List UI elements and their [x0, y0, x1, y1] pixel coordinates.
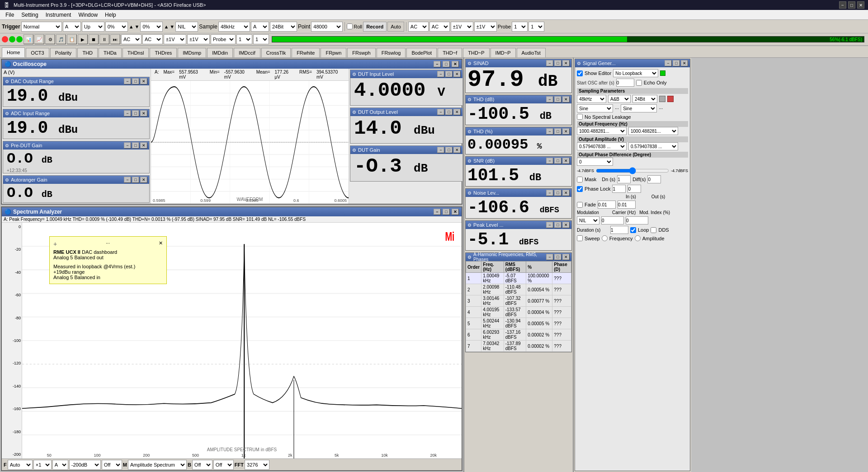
rec-icon[interactable]: [667, 96, 674, 102]
thd-db-max[interactable]: □: [554, 96, 561, 103]
green-led[interactable]: [9, 36, 15, 42]
tab-oct3[interactable]: OCT3: [26, 48, 49, 57]
tab-imddin[interactable]: IMDdin: [207, 48, 233, 57]
menu-setting[interactable]: Setting: [18, 11, 42, 19]
dn-input[interactable]: [617, 175, 631, 183]
tab-thda[interactable]: THDa: [99, 48, 122, 57]
dut-out-close[interactable]: ✕: [453, 109, 461, 115]
menu-help[interactable]: Help: [101, 11, 120, 19]
snr-close[interactable]: ✕: [562, 158, 570, 164]
tab-crosstlk[interactable]: CrossTlk: [261, 48, 291, 57]
save-icon[interactable]: [659, 96, 665, 102]
tab-home[interactable]: Home: [2, 47, 25, 57]
tab-thdres[interactable]: THDres: [150, 48, 177, 57]
tab-frswph[interactable]: FRswph: [347, 48, 375, 57]
sr-select[interactable]: 48kHz: [577, 95, 606, 103]
points-select[interactable]: 48000: [311, 22, 343, 32]
dac-close[interactable]: ✕: [140, 78, 147, 84]
roll-checkbox[interactable]: [347, 23, 353, 29]
snr-max[interactable]: □: [554, 158, 561, 164]
fade-out-input[interactable]: [618, 201, 636, 209]
show-editor-checkbox[interactable]: [577, 70, 583, 76]
sweep-freq-radio[interactable]: [602, 235, 608, 241]
snr-min[interactable]: −: [546, 158, 553, 164]
pct1-select[interactable]: 0%: [105, 22, 128, 32]
dut-out-min[interactable]: −: [437, 109, 444, 115]
annotation-close-icon[interactable]: ✕: [159, 240, 163, 248]
dut-in-close[interactable]: ✕: [453, 71, 461, 77]
loop-checkbox[interactable]: [630, 227, 636, 233]
sig-min[interactable]: −: [665, 60, 672, 66]
tab-thdf[interactable]: THD~f: [438, 48, 462, 57]
spec-close[interactable]: ✕: [452, 209, 459, 215]
dut-gain-min[interactable]: −: [437, 147, 444, 153]
osc-close[interactable]: ✕: [452, 61, 459, 67]
thd-pct-max[interactable]: □: [554, 128, 561, 135]
spec-maximize[interactable]: □: [443, 209, 450, 215]
diff-input[interactable]: [647, 175, 661, 183]
sinad-max[interactable]: □: [554, 60, 561, 66]
tab-imdp[interactable]: IMD~P: [491, 48, 516, 57]
level-slider[interactable]: [596, 167, 669, 174]
sweep-amp-radio[interactable]: [635, 235, 641, 241]
mod-index-input[interactable]: [626, 216, 648, 224]
tab-frwhite[interactable]: FRwhite: [292, 48, 320, 57]
freq1-select[interactable]: 1000.488281...: [577, 127, 627, 135]
b-off3-select[interactable]: Off: [213, 460, 234, 470]
ac1-select[interactable]: AC: [408, 22, 429, 32]
harm-max[interactable]: □: [554, 254, 561, 260]
start-osc-input[interactable]: [616, 79, 634, 87]
minimize-button[interactable]: −: [839, 1, 846, 9]
probe3-select[interactable]: Probe: [211, 34, 236, 44]
harm-min[interactable]: −: [546, 254, 553, 260]
osc-minimize[interactable]: −: [434, 61, 441, 67]
dut-gain-max[interactable]: □: [445, 147, 453, 153]
wave1-select[interactable]: Sine: [577, 104, 613, 112]
icon-btn-3[interactable]: ⚙: [45, 34, 55, 44]
peak-close[interactable]: ✕: [562, 222, 570, 228]
ch-select[interactable]: A&B: [608, 95, 631, 103]
amp2-select[interactable]: 0.579407838 ...: [628, 142, 678, 150]
adc-close[interactable]: ✕: [140, 110, 147, 117]
ac3-select[interactable]: AC: [121, 34, 142, 44]
tab-audiost[interactable]: AudioTst: [517, 48, 546, 57]
mask-checkbox[interactable]: [577, 177, 583, 182]
dac-max[interactable]: □: [132, 78, 139, 84]
ac4-select[interactable]: AC: [142, 34, 163, 44]
ac2-select[interactable]: AC: [429, 22, 450, 32]
menu-instrument[interactable]: Instrument: [42, 11, 75, 19]
harm-close[interactable]: ✕: [562, 254, 570, 260]
icon-btn-4[interactable]: 🎵: [56, 34, 66, 44]
sample-rate-select[interactable]: 48kHz: [218, 22, 250, 32]
icon-btn-2[interactable]: 📈: [34, 34, 44, 44]
duration-input[interactable]: [610, 226, 628, 234]
volt4-select[interactable]: ±1V: [187, 34, 210, 44]
red-led[interactable]: [2, 36, 8, 42]
auto-min[interactable]: −: [124, 177, 131, 183]
carrier-input[interactable]: [601, 216, 624, 224]
f-x1-select[interactable]: ×1: [33, 460, 52, 470]
wave2-select[interactable]: Sine: [621, 104, 657, 112]
channel-b-select[interactable]: A: [251, 22, 269, 32]
icon-btn-1[interactable]: 📊: [24, 34, 33, 44]
icon-btn-8[interactable]: ⏸: [99, 34, 109, 44]
fft-num-select[interactable]: 3276: [245, 460, 269, 470]
f-off1-select[interactable]: Off: [102, 460, 122, 470]
spectral-checkbox[interactable]: [577, 114, 583, 120]
dut-in-max[interactable]: □: [445, 71, 453, 77]
bit2-select[interactable]: 24Bit: [632, 95, 657, 103]
menu-window[interactable]: Window: [75, 11, 101, 19]
sinad-min[interactable]: −: [546, 60, 553, 66]
noise-min[interactable]: −: [546, 190, 553, 196]
dac-min[interactable]: −: [124, 78, 131, 84]
adc-max[interactable]: □: [132, 110, 139, 117]
f-auto-select[interactable]: Auto: [8, 460, 33, 470]
icon-btn-7[interactable]: ⏹: [89, 34, 99, 44]
freq2-select[interactable]: 1000.488281...: [628, 127, 678, 135]
lock-input2[interactable]: [627, 185, 641, 193]
peak-max[interactable]: □: [554, 222, 561, 228]
tab-imdccif[interactable]: IMDccif: [234, 48, 260, 57]
adc-min[interactable]: −: [124, 110, 131, 117]
channel-a-select[interactable]: A: [63, 22, 81, 32]
fade-checkbox[interactable]: [577, 202, 583, 208]
